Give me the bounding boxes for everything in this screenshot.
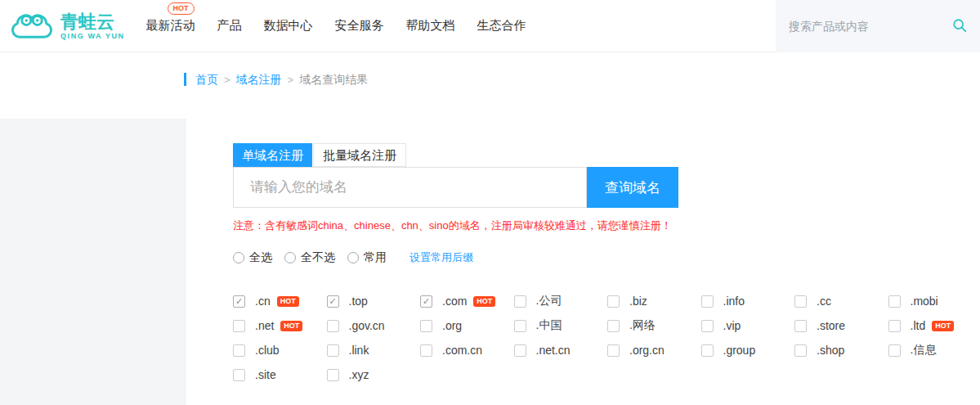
suffix-label: .cn xyxy=(255,295,271,308)
check-mark-icon: ✓ xyxy=(423,297,430,306)
checkbox-icon[interactable]: ✓ xyxy=(420,295,432,308)
suffix-item-gov-cn[interactable]: ✓.gov.cn xyxy=(327,317,421,334)
suffix-label: .cc xyxy=(817,295,831,308)
suffix-label: .com.cn xyxy=(442,344,482,357)
checkbox-icon[interactable]: ✓ xyxy=(327,295,339,308)
suffix-item-info[interactable]: ✓.info xyxy=(701,293,795,309)
checkbox-icon[interactable]: ✓ xyxy=(233,295,245,308)
nav-security-service[interactable]: 安全服务 xyxy=(335,15,384,37)
suffix-label: .net xyxy=(255,319,274,332)
checkbox-icon[interactable]: ✓ xyxy=(327,344,339,357)
checkbox-icon[interactable]: ✓ xyxy=(514,344,526,357)
suffix-item-club[interactable]: ✓.club xyxy=(233,342,327,358)
search-input[interactable] xyxy=(789,20,952,33)
checkbox-icon[interactable]: ✓ xyxy=(607,295,620,308)
domain-register-card: 单域名注册批量域名注册 查询域名 注意：含有敏感词china、chinese、c… xyxy=(186,119,980,405)
suffix-label: .中国 xyxy=(536,318,562,333)
suffix-item-org[interactable]: ✓.org xyxy=(420,317,514,334)
suffix-item-link[interactable]: ✓.link xyxy=(327,342,421,358)
suffix-label: .xyz xyxy=(349,368,369,381)
suffix-label: .org xyxy=(442,319,462,332)
header: 青蛙云 QING WA YUN 最新活动HOT产品数据中心安全服务帮助文档生态合… xyxy=(0,0,980,52)
suffix-item-ltd[interactable]: ✓.ltdHOT xyxy=(888,317,980,334)
checkbox-icon[interactable]: ✓ xyxy=(794,320,807,332)
suffix-label: .group xyxy=(723,344,756,357)
checkbox-icon[interactable]: ✓ xyxy=(794,295,807,308)
breadcrumb-accent-bar xyxy=(184,73,186,86)
checkbox-icon[interactable]: ✓ xyxy=(420,320,432,332)
nav-latest-activity[interactable]: 最新活动HOT xyxy=(146,15,195,37)
checkbox-icon[interactable]: ✓ xyxy=(233,320,245,332)
suffix-item-11[interactable]: ✓.中国 xyxy=(514,317,608,334)
suffix-label: .vip xyxy=(723,319,741,332)
suffix-item-com-cn[interactable]: ✓.com.cn xyxy=(420,342,514,358)
suffix-label: .ltd xyxy=(911,319,926,332)
frog-cloud-logo-icon xyxy=(10,7,54,46)
breadcrumb-separator: > xyxy=(224,74,230,86)
suffix-item-12[interactable]: ✓.网络 xyxy=(607,317,701,334)
checkbox-icon[interactable]: ✓ xyxy=(327,369,339,381)
domain-query-row: 查询域名 xyxy=(233,167,955,208)
checkbox-icon[interactable]: ✓ xyxy=(514,320,526,332)
breadcrumb-separator: > xyxy=(288,74,294,86)
checkbox-icon[interactable]: ✓ xyxy=(233,369,245,381)
suffix-item-com[interactable]: ✓.comHOT xyxy=(420,293,514,309)
suffix-item-xyz[interactable]: ✓.xyz xyxy=(327,367,421,383)
suffix-item-23[interactable]: ✓.信息 xyxy=(888,342,980,358)
tab-batch-domain[interactable]: 批量域名注册 xyxy=(313,143,406,167)
hot-badge: HOT xyxy=(277,296,299,307)
suffix-label: .site xyxy=(255,368,276,381)
suffix-item-store[interactable]: ✓.store xyxy=(794,317,888,334)
checkbox-icon[interactable]: ✓ xyxy=(607,320,620,332)
breadcrumb-domain-registration[interactable]: 域名注册 xyxy=(236,73,282,86)
nav-help-docs[interactable]: 帮助文档 xyxy=(406,15,455,37)
register-tabs: 单域名注册批量域名注册 xyxy=(233,143,955,167)
checkbox-icon[interactable]: ✓ xyxy=(233,344,245,357)
hot-badge: HOT xyxy=(280,321,302,331)
checkbox-icon[interactable]: ✓ xyxy=(888,295,901,308)
suffix-item-org-cn[interactable]: ✓.org.cn xyxy=(607,342,701,358)
checkbox-icon[interactable]: ✓ xyxy=(888,344,901,357)
radio-deselect-all[interactable]: 全不选 xyxy=(284,250,335,265)
radio-common[interactable]: 常用 xyxy=(347,250,387,265)
checkbox-icon[interactable]: ✓ xyxy=(607,344,620,357)
suffix-item-cc[interactable]: ✓.cc xyxy=(794,293,888,309)
checkbox-icon[interactable]: ✓ xyxy=(420,344,432,357)
nav-products[interactable]: 产品 xyxy=(217,15,242,37)
hot-badge: HOT xyxy=(473,296,495,307)
suffix-item-net[interactable]: ✓.netHOT xyxy=(233,317,327,334)
tab-single-domain[interactable]: 单域名注册 xyxy=(233,143,312,167)
suffix-label: .org.cn xyxy=(629,344,665,357)
radio-select-all[interactable]: 全选 xyxy=(233,250,272,265)
set-common-suffix-link[interactable]: 设置常用后缀 xyxy=(409,250,473,265)
radio-label: 全不选 xyxy=(301,250,335,265)
query-domain-button[interactable]: 查询域名 xyxy=(587,167,678,208)
checkbox-icon[interactable]: ✓ xyxy=(701,295,714,308)
logo[interactable]: 青蛙云 QING WA YUN xyxy=(0,7,125,46)
checkbox-icon[interactable]: ✓ xyxy=(701,320,714,332)
suffix-item-biz[interactable]: ✓.biz xyxy=(607,293,701,309)
suffix-item-shop[interactable]: ✓.shop xyxy=(794,342,888,358)
suffix-item-cn[interactable]: ✓.cnHOT xyxy=(233,293,327,309)
suffix-item-mobi[interactable]: ✓.mobi xyxy=(888,293,980,309)
search-button[interactable] xyxy=(952,18,967,35)
checkbox-icon[interactable]: ✓ xyxy=(794,344,807,357)
nav-data-center[interactable]: 数据中心 xyxy=(264,15,313,37)
breadcrumb-home[interactable]: 首页 xyxy=(195,73,218,86)
suffix-item-3[interactable]: ✓.公司 xyxy=(514,293,608,309)
checkbox-icon[interactable]: ✓ xyxy=(327,320,339,332)
suffix-item-group[interactable]: ✓.group xyxy=(701,342,795,358)
nav-eco-cooperation[interactable]: 生态合作 xyxy=(477,15,526,37)
suffix-item-vip[interactable]: ✓.vip xyxy=(701,317,795,334)
check-mark-icon: ✓ xyxy=(329,297,336,306)
domain-name-input[interactable] xyxy=(233,167,587,208)
suffix-label: .info xyxy=(723,295,745,308)
suffix-item-site[interactable]: ✓.site xyxy=(233,367,327,383)
checkbox-icon[interactable]: ✓ xyxy=(888,320,901,332)
suffix-label: .gov.cn xyxy=(349,319,385,332)
checkbox-icon[interactable]: ✓ xyxy=(701,344,714,357)
checkbox-icon[interactable]: ✓ xyxy=(514,295,526,308)
suffix-label: .com xyxy=(442,295,467,308)
suffix-item-net-cn[interactable]: ✓.net.cn xyxy=(514,342,608,358)
suffix-item-top[interactable]: ✓.top xyxy=(327,293,421,309)
